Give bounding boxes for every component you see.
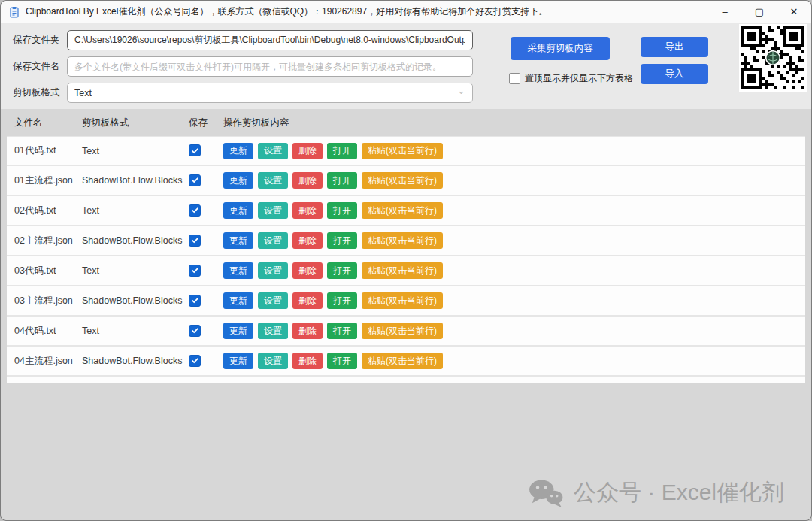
import-button[interactable]: 导入 [641,64,708,84]
header-actions: 操作剪切板内容 [223,117,805,129]
table-header: 文件名 剪切板格式 保存 操作剪切板内容 [7,109,805,136]
table-row: 03主流程.jsonShadowBot.Flow.Blocks更新设置删除打开粘… [7,286,805,317]
save-checkbox[interactable] [189,174,201,186]
paste-button[interactable]: 粘贴(双击当前行) [362,232,443,249]
table-row: 01主流程.jsonShadowBot.Flow.Blocks更新设置删除打开粘… [7,166,805,196]
topmost-checkbox-box[interactable] [509,73,520,84]
save-checkbox[interactable] [189,235,201,247]
clipboard-format-select[interactable]: Text ⌄ [67,83,473,103]
set-button[interactable]: 设置 [258,172,288,189]
table-row: 03代码.txtText更新设置删除打开粘贴(双击当前行) [7,256,805,286]
paste-button[interactable]: 粘贴(双击当前行) [362,172,443,189]
minimize-button[interactable]: – [707,1,742,23]
row-filename: 01代码.txt [14,144,82,157]
open-button[interactable]: 打开 [327,202,357,219]
update-button[interactable]: 更新 [223,202,253,219]
row-filename: 03代码.txt [14,265,82,277]
update-button[interactable]: 更新 [223,143,253,159]
table-empty-strip [7,377,805,383]
save-checkbox[interactable] [189,265,201,277]
save-checkbox[interactable] [189,144,201,156]
set-button[interactable]: 设置 [258,323,288,339]
topmost-checkbox[interactable]: 置顶显示并仅显示下方表格 [509,72,652,85]
title-bar: ClipboardTool By Excel催化剂（公众号同名），联系方式（微信… [1,1,811,23]
row-format: ShadowBot.Flow.Blocks [82,295,189,306]
save-filename-label: 保存文件名 [13,60,67,73]
open-button[interactable]: 打开 [327,353,357,369]
set-button[interactable]: 设置 [258,232,288,249]
row-filename: 04主流程.json [14,355,82,368]
delete-button[interactable]: 删除 [292,353,323,369]
open-button[interactable]: 打开 [327,172,357,189]
delete-button[interactable]: 删除 [292,232,323,249]
row-filename: 01主流程.json [14,174,82,187]
row-filename: 02主流程.json [14,235,82,247]
window-controls: – ▢ ✕ [707,1,811,23]
qr-code [739,24,807,92]
set-button[interactable]: 设置 [258,143,288,159]
header-format: 剪切板格式 [82,117,189,129]
row-filename: 02代码.txt [14,204,82,217]
open-button[interactable]: 打开 [327,323,357,339]
paste-button[interactable]: 粘贴(双击当前行) [362,353,443,369]
save-filename-input[interactable] [67,56,473,77]
close-button[interactable]: ✕ [777,1,811,23]
update-button[interactable]: 更新 [223,232,253,249]
row-format: Text [82,146,189,156]
watermark-text: 公众号 · Excel催化剂 [574,477,784,508]
set-button[interactable]: 设置 [258,292,288,309]
row-format: Text [82,205,189,216]
update-button[interactable]: 更新 [223,292,253,309]
open-button[interactable]: 打开 [327,143,357,159]
update-button[interactable]: 更新 [223,323,253,339]
paste-button[interactable]: 粘贴(双击当前行) [362,292,443,309]
row-filename: 03主流程.json [14,295,82,307]
save-checkbox[interactable] [189,325,201,337]
set-button[interactable]: 设置 [258,262,288,279]
delete-button[interactable]: 删除 [292,262,323,279]
table-row: 02代码.txtText更新设置删除打开粘贴(双击当前行) [7,196,805,226]
delete-button[interactable]: 删除 [292,143,323,159]
paste-button[interactable]: 粘贴(双击当前行) [362,323,443,339]
clipboard-format-value: Text [74,88,92,98]
save-folder-input[interactable] [67,30,473,50]
row-format: Text [82,326,189,336]
open-button[interactable]: 打开 [327,232,357,249]
topmost-checkbox-label: 置顶显示并仅显示下方表格 [525,72,633,85]
header-filename: 文件名 [14,117,82,129]
save-folder-label: 保存文件夹 [13,34,67,47]
row-format: Text [82,265,189,276]
row-format: ShadowBot.Flow.Blocks [82,175,189,186]
open-button[interactable]: 打开 [327,292,357,309]
table-row: 02主流程.jsonShadowBot.Flow.Blocks更新设置删除打开粘… [7,226,805,256]
update-button[interactable]: 更新 [223,353,253,369]
clipboard-format-label: 剪切板格式 [13,86,67,99]
delete-button[interactable]: 删除 [292,172,323,189]
paste-button[interactable]: 粘贴(双击当前行) [362,202,443,219]
paste-button[interactable]: 粘贴(双击当前行) [362,143,443,159]
update-button[interactable]: 更新 [223,172,253,189]
window-title: ClipboardTool By Excel催化剂（公众号同名），联系方式（微信… [26,5,547,18]
open-button[interactable]: 打开 [327,262,357,279]
export-button[interactable]: 导出 [641,37,708,57]
collect-clipboard-button[interactable]: 采集剪切板内容 [511,37,610,60]
table-row: 04代码.txtText更新设置删除打开粘贴(双击当前行) [7,317,805,347]
watermark: 公众号 · Excel催化剂 [528,477,784,508]
header-save: 保存 [189,117,223,129]
table-row: 01代码.txtText更新设置删除打开粘贴(双击当前行) [7,136,805,166]
set-button[interactable]: 设置 [258,202,288,219]
save-checkbox[interactable] [189,295,201,307]
table-row: 04主流程.jsonShadowBot.Flow.Blocks更新设置删除打开粘… [7,347,805,377]
save-checkbox[interactable] [189,355,201,367]
maximize-button[interactable]: ▢ [742,1,777,23]
delete-button[interactable]: 删除 [292,202,323,219]
paste-button[interactable]: 粘贴(双击当前行) [362,262,443,279]
app-icon [8,6,20,18]
set-button[interactable]: 设置 [258,353,288,369]
update-button[interactable]: 更新 [223,262,253,279]
delete-button[interactable]: 删除 [292,323,323,339]
save-checkbox[interactable] [189,204,201,217]
delete-button[interactable]: 删除 [292,292,323,309]
row-filename: 04代码.txt [14,325,82,338]
table-body: 01代码.txtText更新设置删除打开粘贴(双击当前行)01主流程.jsonS… [7,136,805,377]
